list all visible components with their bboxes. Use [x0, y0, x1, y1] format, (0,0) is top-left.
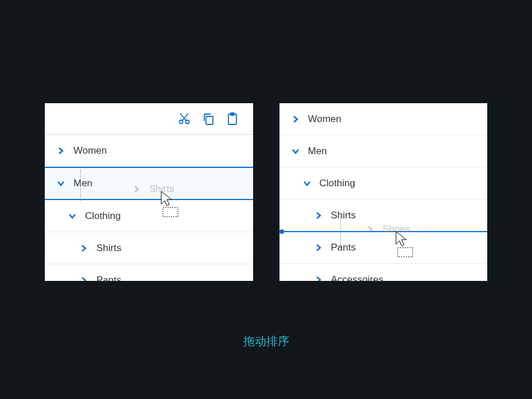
tree-item-shirts[interactable]: Shirts — [45, 232, 253, 264]
chevron-down-icon — [67, 210, 78, 222]
chevron-right-icon — [78, 275, 90, 281]
figure-caption: 拖动排序 — [0, 334, 532, 349]
chevron-down-icon — [55, 178, 67, 189]
cut-icon[interactable] — [177, 112, 191, 126]
tree-item-label: Pants — [96, 275, 121, 281]
tree-item-shirts[interactable]: Shirts — [279, 200, 488, 232]
tree-item-label: Pants — [331, 242, 356, 253]
tree-item-pants[interactable]: Pants — [279, 232, 488, 264]
toolbar — [45, 103, 253, 135]
chevron-down-icon — [301, 178, 313, 189]
tree-item-label: Accessoires — [331, 274, 384, 281]
drop-indent-guide — [80, 170, 81, 201]
tree-item-label: Shirts — [96, 242, 121, 254]
figure-container: Women Men Clothing Shirts — [0, 0, 532, 399]
chevron-down-icon — [290, 146, 301, 157]
tree-item-men[interactable]: Men — [45, 167, 253, 200]
chevron-right-icon — [313, 242, 324, 253]
tree-item-pants[interactable]: Pants — [45, 264, 253, 281]
tree-item-accessoires[interactable]: Accessoires — [279, 264, 488, 281]
tree-item-clothing[interactable]: Clothing — [279, 167, 488, 200]
paste-icon[interactable] — [226, 112, 239, 126]
tree-item-label: Men — [73, 178, 92, 189]
tree-panel-right: Women Men Clothing Shirts — [279, 103, 488, 281]
tree-item-label: Clothing — [320, 178, 355, 189]
chevron-right-icon — [313, 210, 324, 221]
tree-item-label: Women — [73, 145, 107, 157]
tree-item-label: Men — [308, 146, 327, 157]
tree-item-men[interactable]: Men — [279, 135, 488, 167]
svg-rect-4 — [206, 116, 213, 124]
chevron-right-icon — [290, 114, 301, 125]
tree-item-label: Women — [308, 114, 341, 125]
panels-row: Women Men Clothing Shirts — [0, 0, 532, 281]
tree-item-label: Clothing — [85, 210, 121, 222]
drop-indent-guide — [340, 216, 341, 247]
tree-item-label: Shirts — [331, 210, 356, 221]
copy-icon[interactable] — [201, 112, 215, 126]
chevron-right-icon — [78, 242, 90, 254]
chevron-right-icon — [55, 145, 67, 157]
tree-panel-left: Women Men Clothing Shirts — [45, 103, 253, 281]
tree-item-women[interactable]: Women — [45, 135, 253, 167]
tree-item-clothing[interactable]: Clothing — [45, 200, 253, 232]
chevron-right-icon — [313, 274, 324, 281]
drop-indicator — [282, 231, 488, 232]
tree-item-women[interactable]: Women — [279, 103, 488, 135]
